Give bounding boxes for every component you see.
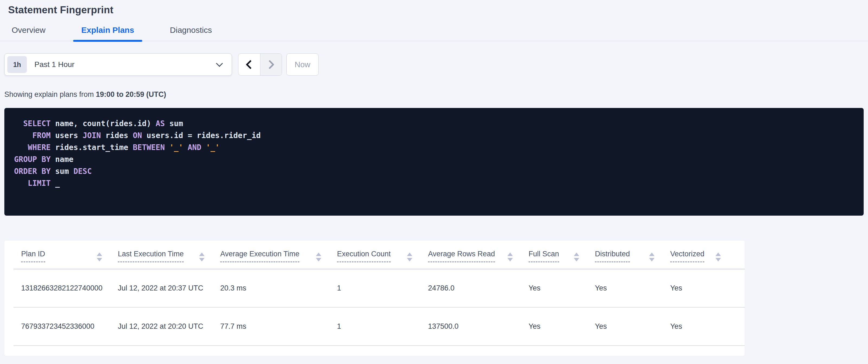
column-header-label: Full Scan [529, 250, 559, 262]
now-button[interactable]: Now [286, 53, 318, 76]
sort-icon[interactable] [715, 253, 721, 261]
column-header-label: Vectorized [670, 250, 704, 262]
sql-line: SELECT name, count(rides.id) AS sum [14, 118, 853, 130]
plans-table-card: Plan IDLast Execution TimeAverage Execut… [4, 241, 745, 356]
tab-overview[interactable]: Overview [3, 26, 54, 41]
sql-line: LIMIT _ [14, 177, 853, 189]
column-header[interactable]: Last Execution Time [118, 250, 220, 268]
column-header[interactable]: Average Rows Read [428, 250, 529, 268]
table-cell: 77.7 ms [220, 322, 337, 331]
sql-line: FROM users JOIN rides ON users.id = ride… [14, 130, 853, 142]
time-pager [238, 53, 282, 76]
time-controls: 1h Past 1 Hour Now [4, 53, 864, 76]
tab-explain-plans[interactable]: Explain Plans [73, 26, 142, 41]
table-cell: Yes [595, 322, 670, 331]
table-cell: 13182663282122740000 [21, 284, 118, 292]
table-cell: 767933723452336000 [21, 322, 118, 331]
chevron-down-icon [216, 60, 223, 67]
sort-icon[interactable] [407, 253, 412, 261]
sql-line: ORDER BY sum DESC [14, 165, 853, 177]
column-header[interactable]: Plan ID [21, 250, 118, 268]
chevron-left-icon [246, 60, 255, 69]
sql-code: SELECT name, count(rides.id) AS sum FROM… [14, 118, 853, 189]
table-cell: Yes [670, 284, 737, 292]
table-header-row: Plan IDLast Execution TimeAverage Execut… [13, 241, 745, 269]
sort-icon[interactable] [97, 253, 102, 261]
table-cell: Yes [670, 322, 737, 331]
prev-time-button[interactable] [239, 54, 260, 76]
summary-time-range: 19:00 to 20:59 (UTC) [96, 90, 166, 99]
table-cell: Jul 12, 2022 at 20:37 UTC [118, 284, 220, 292]
table-body: 13182663282122740000Jul 12, 2022 at 20:3… [13, 269, 745, 346]
sort-icon[interactable] [507, 253, 513, 261]
column-header[interactable]: Execution Count [337, 250, 428, 268]
time-range-label: Past 1 Hour [34, 60, 74, 69]
time-shortcut-badge: 1h [7, 56, 27, 73]
plans-table: Plan IDLast Execution TimeAverage Execut… [13, 241, 745, 346]
column-header-label: Last Execution Time [118, 250, 184, 262]
time-range-select[interactable]: 1h Past 1 Hour [4, 53, 232, 76]
table-cell: 137500.0 [428, 322, 529, 331]
sql-code-block: SELECT name, count(rides.id) AS sum FROM… [4, 108, 864, 216]
column-header-label: Distributed [595, 250, 630, 262]
column-header-label: Average Rows Read [428, 250, 495, 262]
tab-diagnostics[interactable]: Diagnostics [162, 26, 220, 41]
table-cell: 1 [337, 284, 428, 292]
table-cell: Yes [529, 322, 595, 331]
column-header-label: Average Execution Time [220, 250, 299, 262]
sql-line: GROUP BY name [14, 153, 853, 165]
table-cell: 1 [337, 322, 428, 331]
column-header-label: Execution Count [337, 250, 391, 262]
sort-icon[interactable] [649, 253, 654, 261]
sort-icon[interactable] [316, 253, 321, 261]
table-row[interactable]: 767933723452336000Jul 12, 2022 at 20:20 … [13, 308, 745, 346]
sort-icon[interactable] [199, 253, 205, 261]
tab-bar: Overview Explain Plans Diagnostics [0, 26, 868, 41]
summary-text: Showing explain plans from 19:00 to 20:5… [4, 90, 868, 99]
table-cell: 20.3 ms [220, 284, 337, 292]
sql-line: WHERE rides.start_time BETWEEN '_' AND '… [14, 142, 853, 153]
page-title: Statement Fingerprint [8, 4, 868, 16]
next-time-button[interactable] [260, 54, 282, 76]
column-header[interactable]: Vectorized [670, 250, 737, 268]
sort-icon[interactable] [574, 253, 579, 261]
column-header[interactable]: Distributed [595, 250, 670, 268]
chevron-right-icon [265, 60, 274, 69]
table-row[interactable]: 13182663282122740000Jul 12, 2022 at 20:3… [13, 269, 745, 308]
table-cell: 24786.0 [428, 284, 529, 292]
column-header-label: Plan ID [21, 250, 45, 262]
table-cell: Jul 12, 2022 at 20:20 UTC [118, 322, 220, 331]
table-cell: Yes [595, 284, 670, 292]
summary-prefix: Showing explain plans from [4, 90, 96, 99]
column-header[interactable]: Full Scan [529, 250, 595, 268]
table-cell: Yes [529, 284, 595, 292]
column-header[interactable]: Average Execution Time [220, 250, 337, 268]
